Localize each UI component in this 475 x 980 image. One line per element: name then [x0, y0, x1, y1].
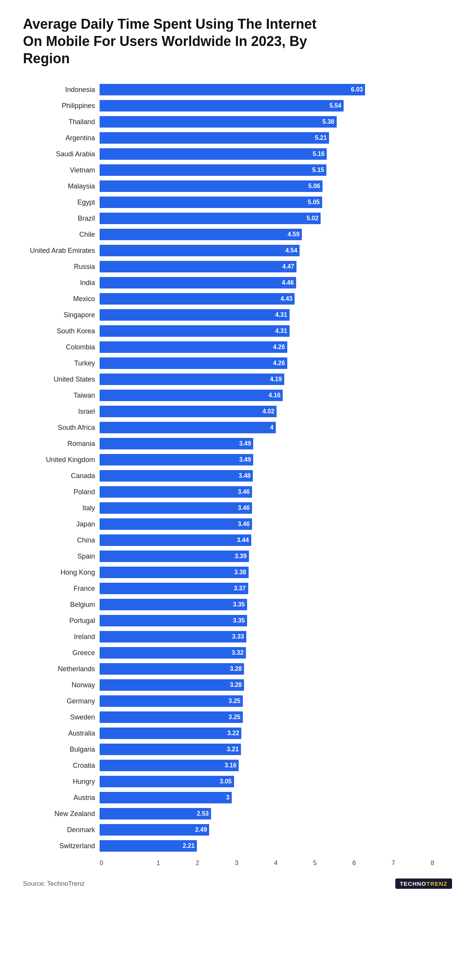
country-label: New Zealand [23, 810, 100, 818]
bar-area: 3.48 [100, 469, 452, 483]
country-label: Austria [23, 794, 100, 802]
country-label: France [23, 585, 100, 593]
country-label: Poland [23, 488, 100, 496]
bar-area: 2.53 [100, 806, 452, 821]
bar-row: United Kingdom3.49 [23, 452, 452, 467]
country-label: Greece [23, 649, 100, 657]
bar-area: 2.49 [100, 823, 452, 837]
bar-area: 3.21 [100, 742, 452, 757]
country-label: Mexico [23, 295, 100, 303]
bar-value: 3.46 [238, 521, 250, 528]
bar: 3.46 [100, 486, 252, 498]
bar-area: 2.21 [100, 839, 452, 853]
bar-row: Spain3.39 [23, 549, 452, 564]
bar: 3.44 [100, 534, 251, 546]
bar-row: Greece3.32 [23, 646, 452, 660]
bar: 4.16 [100, 390, 283, 401]
bar-area: 3.46 [100, 485, 452, 499]
bar-value: 5.38 [323, 118, 334, 125]
bar: 4.02 [100, 406, 277, 417]
bar-row: Belgium3.35 [23, 597, 452, 612]
country-label: South Africa [23, 424, 100, 432]
bar-value: 4.19 [270, 376, 282, 383]
bar: 5.16 [100, 148, 327, 160]
country-label: Thailand [23, 118, 100, 126]
country-label: Vietnam [23, 166, 100, 174]
bar: 3.25 [100, 695, 243, 707]
bar-chart: Indonesia6.03Philippines5.54Thailand5.38… [23, 82, 452, 855]
bar-value: 5.16 [313, 151, 324, 157]
bar-area: 5.05 [100, 195, 452, 210]
bar-area: 4 [100, 420, 452, 435]
x-tick: 5 [295, 859, 334, 867]
bar-row: United States4.19 [23, 372, 452, 387]
bar-row: Taiwan4.16 [23, 388, 452, 403]
bar-value: 4.02 [262, 408, 274, 415]
bar: 5.06 [100, 180, 323, 192]
bar-value: 3.16 [224, 762, 236, 769]
bar-value: 3.28 [230, 665, 242, 672]
bar: 3.28 [100, 679, 244, 691]
bar-row: New Zealand2.53 [23, 806, 452, 821]
bar-row: Sweden3.25 [23, 710, 452, 724]
bar-row: Saudi Arabia5.16 [23, 147, 452, 161]
bar-row: France3.37 [23, 581, 452, 596]
bar: 5.05 [100, 197, 322, 208]
bar-row: Philippines5.54 [23, 98, 452, 113]
country-label: Romania [23, 440, 100, 448]
bar: 5.15 [100, 164, 326, 176]
country-label: Ireland [23, 633, 100, 641]
bar-value: 6.03 [351, 86, 363, 93]
bar: 3 [100, 792, 232, 803]
x-tick: 1 [139, 859, 178, 867]
country-label: United States [23, 375, 100, 383]
bar-value: 3.25 [229, 698, 241, 705]
bar-value: 2.53 [197, 810, 209, 817]
country-label: Russia [23, 263, 100, 271]
bar-area: 3.32 [100, 646, 452, 660]
bar-area: 4.19 [100, 372, 452, 387]
bar-area: 4.26 [100, 356, 452, 370]
bar-area: 3.49 [100, 436, 452, 451]
bar-row: Ireland3.33 [23, 629, 452, 644]
bar: 3.16 [100, 760, 239, 771]
bar-value: 4.16 [269, 392, 280, 399]
bar: 4.54 [100, 245, 300, 256]
bar-row: Argentina5.21 [23, 131, 452, 145]
bar-row: South Korea4.31 [23, 324, 452, 338]
bar-row: Austria3 [23, 790, 452, 805]
bar-area: 4.43 [100, 292, 452, 306]
bar: 5.21 [100, 132, 329, 144]
bar: 4.43 [100, 293, 295, 305]
bar-row: Germany3.25 [23, 694, 452, 708]
bar-row: Indonesia6.03 [23, 82, 452, 97]
bar-value: 4.26 [273, 360, 285, 367]
bar-value: 5.21 [315, 134, 327, 141]
x-tick: 4 [256, 859, 295, 867]
bar: 4.46 [100, 277, 296, 288]
bar-value: 3.46 [238, 505, 250, 511]
bar-area: 3.28 [100, 678, 452, 692]
country-label: United Arab Emirates [23, 247, 100, 255]
bar: 4.26 [100, 357, 287, 369]
bar-value: 4 [270, 424, 274, 431]
bar: 4.59 [100, 229, 302, 240]
country-label: Indonesia [23, 86, 100, 94]
bar-area: 5.15 [100, 163, 452, 177]
bar-value: 2.21 [183, 842, 195, 849]
bar-row: Vietnam5.15 [23, 163, 452, 177]
bar-area: 3.44 [100, 533, 452, 547]
bar-area: 5.02 [100, 211, 452, 226]
bar-row: Bulgaria3.21 [23, 742, 452, 757]
bar-area: 3.28 [100, 662, 452, 676]
bar-area: 5.06 [100, 179, 452, 193]
bar-value: 4.46 [282, 279, 294, 286]
bar-value: 3.33 [232, 633, 244, 640]
country-label: China [23, 536, 100, 544]
country-label: Turkey [23, 359, 100, 367]
bar: 2.21 [100, 840, 197, 852]
bar-area: 3.46 [100, 501, 452, 515]
country-label: Egypt [23, 198, 100, 206]
bar-value: 4.54 [285, 247, 297, 254]
bar-area: 3.49 [100, 452, 452, 467]
